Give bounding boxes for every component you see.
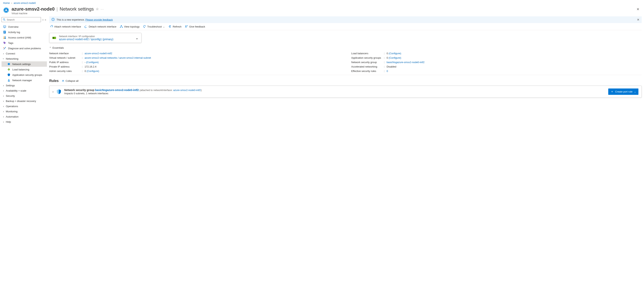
nic-icon xyxy=(52,36,56,40)
favorite-star-icon[interactable]: ☆ xyxy=(96,7,99,11)
chevron-right-icon: › xyxy=(3,110,4,113)
nsg-attach-suffix: ) xyxy=(201,89,202,92)
sidebar-item-networking[interactable]: › Networking xyxy=(2,56,47,61)
chevron-right-icon: › xyxy=(3,52,4,55)
nic-selector-card[interactable]: Network interface / IP configuration azu… xyxy=(49,33,142,43)
sidebar-label: Activity log xyxy=(8,31,20,34)
banner-close-icon[interactable]: ✕ xyxy=(637,18,640,22)
ess-value-accel-net: Disabled xyxy=(386,65,396,68)
chevron-right-icon[interactable]: › xyxy=(52,90,54,94)
sidebar-label: Automation xyxy=(6,115,18,118)
topology-icon xyxy=(120,25,123,28)
svg-line-3 xyxy=(4,20,6,21)
toolbar-label: Refresh xyxy=(173,25,182,28)
sidebar-search[interactable] xyxy=(2,17,41,22)
toolbar-detach-nic[interactable]: Detach network interface xyxy=(84,25,116,28)
sidebar-item-load-balancing[interactable]: Load balancing xyxy=(2,67,47,72)
svg-rect-9 xyxy=(4,32,6,32)
collapse-all-button[interactable]: Collapse all xyxy=(62,79,78,83)
sidebar-item-operations[interactable]: › Operations xyxy=(2,104,47,109)
sidebar-item-backup[interactable]: › Backup + disaster recovery xyxy=(2,99,47,104)
sidebar-label: Monitoring xyxy=(6,110,18,113)
sidebar-item-overview[interactable]: Overview xyxy=(2,24,47,30)
sidebar-item-availability[interactable]: › Availability + scale xyxy=(2,88,47,93)
chevron-right-icon: › xyxy=(3,120,4,123)
nsg-link[interactable]: basicNsgazure-smsv2-node0-intf2 xyxy=(95,89,139,92)
close-icon[interactable]: ✕ xyxy=(635,6,641,12)
toolbar-label: Detach network interface xyxy=(88,25,116,28)
ess-link-configure-asg[interactable]: (Configure) xyxy=(389,56,401,59)
ess-label: Virtual network / subnet xyxy=(49,56,82,59)
nsg-attached-nic-link[interactable]: azure-smsv2-node0-intf2 xyxy=(173,89,201,92)
sidebar-label: Settings xyxy=(6,84,15,87)
attach-icon xyxy=(50,25,53,28)
sidebar-item-settings[interactable]: › Settings xyxy=(2,83,47,88)
svg-point-2 xyxy=(3,19,5,20)
toolbar-view-topology[interactable]: View topology xyxy=(120,25,140,28)
create-button-label: Create port rule xyxy=(615,90,632,93)
toolbar-attach-nic[interactable]: Attach network interface xyxy=(50,25,81,28)
sidebar-label: Overview xyxy=(8,25,18,28)
ess-link-network-interface[interactable]: azure-smsv2-node0-intf2 xyxy=(84,52,112,55)
banner-feedback-link[interactable]: Please provide feedback xyxy=(85,18,113,21)
svg-rect-8 xyxy=(4,31,6,32)
ess-link-nsg[interactable]: basicNsgazure-smsv2-node0-intf2 xyxy=(386,61,424,64)
collapse-sidebar-icon[interactable]: « xyxy=(45,18,46,21)
essentials-row-eff-rules: Effective security rules : 0 xyxy=(351,69,642,73)
create-port-rule-button[interactable]: ＋ Create port rule ⌄ xyxy=(608,89,638,95)
sidebar-item-network-settings[interactable]: Network settings xyxy=(2,61,47,67)
vm-icon xyxy=(3,7,9,13)
ess-label: Admin security rules xyxy=(49,70,82,73)
sidebar-item-tags[interactable]: Tags xyxy=(2,40,47,46)
tag-icon xyxy=(3,41,6,45)
ess-value-private-ip: 172.16.2.4 xyxy=(84,65,96,68)
ess-label: Accelerated networking xyxy=(351,65,384,68)
svg-rect-29 xyxy=(55,37,56,39)
essentials-grid: Network interface : azure-smsv2-node0-in… xyxy=(49,51,642,73)
sidebar-item-activity-log[interactable]: Activity log xyxy=(2,30,47,35)
sidebar-label: Access control (IAM) xyxy=(8,36,31,39)
svg-point-12 xyxy=(5,37,6,38)
svg-point-17 xyxy=(8,79,10,80)
nsg-impacts: Impacts 0 subnets, 1 network interfaces xyxy=(64,92,202,95)
svg-rect-28 xyxy=(54,37,55,39)
sidebar-item-access-control[interactable]: Access control (IAM) xyxy=(2,35,47,40)
sidebar-item-monitoring[interactable]: › Monitoring xyxy=(2,109,47,114)
sidebar-item-network-manager[interactable]: Network manager xyxy=(2,78,47,83)
people-icon xyxy=(3,36,6,39)
breadcrumb-home[interactable]: Home xyxy=(3,2,10,5)
essentials-row-admin-rules: Admin security rules : 0 (Configure) xyxy=(49,69,340,73)
expand-search-icon[interactable]: ◇ xyxy=(42,19,44,21)
breadcrumb-resource[interactable]: azure-smsv2-node0 xyxy=(14,2,36,5)
sidebar-item-security[interactable]: › Security xyxy=(2,93,47,99)
ess-link-vnet-subnet[interactable]: azure-smsv2-virtual-networks / azure-sms… xyxy=(84,56,151,59)
sidebar-item-diagnose[interactable]: Diagnose and solve problems xyxy=(2,46,47,51)
sidebar-item-automation[interactable]: › Automation xyxy=(2,114,47,119)
sidebar-item-asg[interactable]: Application security groups xyxy=(2,72,47,78)
more-icon[interactable]: ··· xyxy=(101,8,104,11)
ess-link-configure-admin-rules[interactable]: (Configure) xyxy=(87,70,99,73)
svg-point-11 xyxy=(4,37,4,38)
sidebar-search-input[interactable] xyxy=(7,18,40,21)
svg-point-25 xyxy=(186,26,186,26)
nic-value: azure-smsv2-node0-intf2 / ipconfig1 (pri… xyxy=(59,38,113,41)
essentials-title: Essentials xyxy=(52,46,64,49)
sidebar-label: Operations xyxy=(6,105,18,108)
ess-label: Application security groups xyxy=(351,56,384,59)
sidebar-label: Connect xyxy=(6,52,15,55)
sidebar-item-help[interactable]: › Help xyxy=(2,119,47,124)
svg-rect-18 xyxy=(8,81,10,81)
ess-link-eff-rules[interactable]: 0 xyxy=(386,70,388,73)
svg-point-16 xyxy=(8,69,9,70)
plus-icon: ＋ xyxy=(610,90,614,94)
toolbar-refresh[interactable]: Refresh xyxy=(168,25,182,28)
toolbar-troubleshoot[interactable]: Troubleshoot ⌄ xyxy=(143,25,165,28)
chevron-right-icon: › xyxy=(3,84,4,87)
feedback-icon xyxy=(185,25,188,28)
ess-link-configure-public-ip[interactable]: (Configure) xyxy=(86,61,98,64)
essentials-toggle[interactable]: ⌄ Essentials xyxy=(49,46,642,49)
toolbar-give-feedback[interactable]: Give feedback xyxy=(185,25,205,28)
sidebar-item-connect[interactable]: › Connect xyxy=(2,51,47,56)
ess-label: Effective security rules xyxy=(351,70,384,73)
ess-link-configure-lb[interactable]: (Configure) xyxy=(389,52,401,55)
